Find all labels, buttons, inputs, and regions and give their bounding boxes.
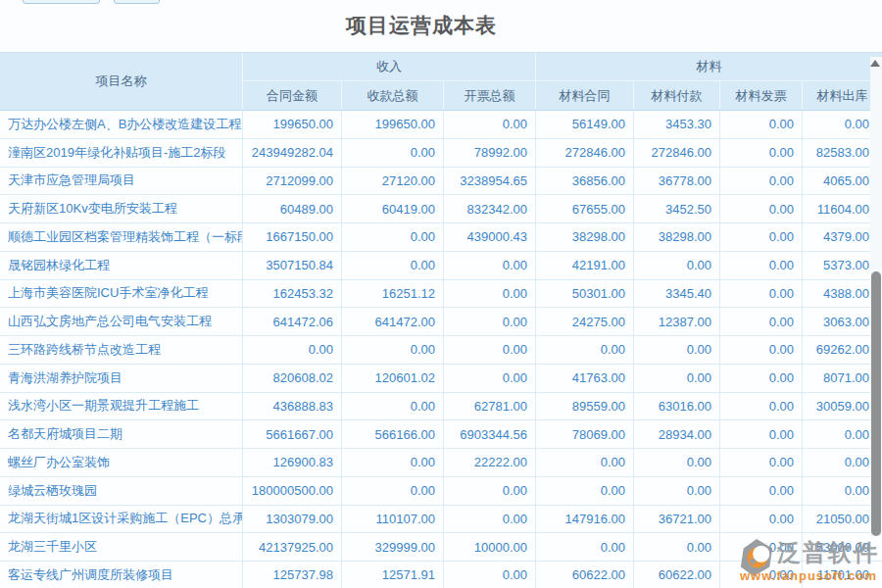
table-row[interactable]: 青海洪湖养护院项目820608.02120601.020.0041763.000… [0, 365, 882, 393]
cell-project-name: 晟铭园林绿化工程 [0, 252, 243, 279]
cell-value: 56149.00 [536, 111, 634, 138]
cell-value: 1667150.00 [243, 223, 342, 251]
cell-value: 6903344.56 [444, 420, 536, 448]
table-row[interactable]: 客运专线广州调度所装修项目125737.9812571.910.0060622.… [0, 562, 882, 588]
cell-value: 3453.30 [634, 111, 720, 138]
cell-project-name: 浅水湾小区一期景观提升工程施工 [0, 393, 243, 420]
cell-value: 24275.00 [536, 308, 634, 335]
cell-value: 0.00 [720, 252, 803, 279]
cell-value: 0.00 [720, 533, 803, 561]
table-row[interactable]: 万达办公楼左侧A、B办公楼改造建设工程199650.00199650.000.0… [0, 111, 882, 139]
cell-value: 0.00 [342, 449, 444, 476]
cell-value: 0.00 [720, 168, 803, 195]
cell-project-name: 客运专线广州调度所装修项目 [0, 562, 243, 588]
cell-value: 0.00 [444, 280, 536, 308]
cell-value: 0.00 [342, 393, 444, 420]
cell-value: 60489.00 [243, 195, 342, 222]
group-header-income: 收入 [243, 53, 536, 81]
cell-value: 0.00 [444, 308, 536, 335]
cell-value: 5661667.00 [243, 420, 342, 448]
table-row[interactable]: 上海市美容医院ICU手术室净化工程162453.3216251.120.0050… [0, 280, 882, 309]
table-row[interactable]: 名都天府城项目二期5661667.00566166.006903344.5678… [0, 420, 882, 449]
cell-value: 0.00 [720, 562, 803, 588]
cell-value: 0.00 [720, 195, 803, 222]
table-row[interactable]: 龙湖三千里小区42137925.00329999.0010000.000.000… [0, 533, 882, 562]
cell-value: 0.00 [444, 477, 536, 505]
table-row[interactable]: 绿城云栖玫瑰园180000500.000.000.000.000.000.000… [0, 477, 882, 506]
cell-value: 147916.00 [536, 506, 634, 533]
cell-value: 0.00 [342, 139, 444, 167]
cell-value: 0.00 [634, 336, 720, 364]
cell-value: 63016.00 [634, 393, 720, 420]
scrollbar-thumb[interactable] [871, 271, 881, 536]
cell-project-name: 天津市应急管理局项目 [0, 168, 243, 195]
cell-value: 2712099.00 [243, 168, 342, 195]
cell-project-name: 顺德工业园区档案管理精装饰工程（一标段 [0, 223, 243, 251]
table-row[interactable]: 螺丝厂办公室装饰126900.830.0022222.000.000.000.0… [0, 449, 882, 477]
column-header-1: 合同金额 [243, 81, 342, 110]
cell-value: 3507150.84 [243, 252, 342, 279]
cell-value: 89559.00 [536, 393, 634, 420]
table-row[interactable]: 潼南区2019年绿化补贴项目-施工2标段243949282.040.007899… [0, 139, 882, 168]
cell-value: 38298.00 [536, 223, 634, 251]
table-row[interactable]: 山西弘文房地产总公司电气安装工程641472.06641472.000.0024… [0, 308, 882, 336]
cell-value: 3238954.65 [444, 168, 536, 195]
cell-value: 78069.00 [536, 420, 634, 448]
cell-value: 0.00 [342, 252, 444, 279]
cell-value: 0.00 [720, 111, 803, 138]
cell-value: 0.00 [444, 506, 536, 533]
cell-value: 199650.00 [243, 111, 342, 138]
cell-project-name: 绿城云栖玫瑰园 [0, 477, 243, 505]
cell-project-name: 潼南区2019年绿化补贴项目-施工2标段 [0, 139, 243, 167]
cell-value: 0.00 [720, 336, 803, 364]
project-cost-table: 项目名称 收入 材料 合同金额收款总额开票总额材料合同材料付款材料发票材料出库 … [0, 52, 882, 588]
table-row[interactable]: 天府新区10Kv变电所安装工程60489.0060419.00832342.00… [0, 195, 882, 223]
cell-value: 0.00 [720, 308, 803, 335]
cell-value: 0.00 [720, 280, 803, 308]
cell-value: 27120.00 [342, 168, 444, 195]
cell-value: 0.00 [634, 252, 720, 279]
cell-value: 41763.00 [536, 365, 634, 392]
cell-value: 272846.00 [634, 139, 720, 167]
cell-value: 0.00 [243, 336, 342, 364]
scrollbar-up-arrow-icon[interactable] [870, 60, 880, 67]
table-row[interactable]: 天津市应急管理局项目2712099.0027120.003238954.6536… [0, 168, 882, 196]
cell-value: 62781.00 [444, 393, 536, 420]
cell-value: 243949282.04 [243, 139, 342, 167]
table-row[interactable]: 龙湖天街城1区设计采购施工（EPC）总承1303079.00110107.000… [0, 506, 882, 534]
cell-value: 11701.00 [803, 562, 882, 588]
cell-value: 0.00 [720, 449, 803, 476]
cell-value: 0.00 [720, 223, 803, 251]
cell-value: 832342.00 [444, 195, 536, 222]
cell-value: 12387.00 [634, 308, 720, 335]
table-row[interactable]: 三环路跨线桥节点改造工程0.000.000.000.000.000.006926… [0, 336, 882, 365]
partial-button-left[interactable] [23, 0, 100, 4]
cell-value: 329999.00 [342, 533, 444, 561]
table-row[interactable]: 晟铭园林绿化工程3507150.840.000.0042191.000.000.… [0, 252, 882, 280]
partial-button-right[interactable] [114, 0, 160, 4]
cell-value: 78992.00 [444, 139, 536, 167]
cell-value: 0.00 [720, 393, 803, 420]
cell-value: 0.00 [342, 336, 444, 364]
cell-value: 36721.00 [634, 506, 720, 533]
cell-value: 42137925.00 [243, 533, 342, 561]
table-body: 万达办公楼左侧A、B办公楼改造建设工程199650.00199650.000.0… [0, 111, 882, 588]
column-header-5: 材料付款 [634, 81, 720, 110]
cell-project-name: 万达办公楼左侧A、B办公楼改造建设工程 [0, 111, 243, 138]
cell-value: 0.00 [720, 420, 803, 448]
table-row[interactable]: 顺德工业园区档案管理精装饰工程（一标段1667150.000.00439000.… [0, 223, 882, 252]
cell-value: 0.00 [720, 365, 803, 392]
cell-value: 60419.00 [342, 195, 444, 222]
cell-value: 820608.02 [243, 365, 342, 392]
cell-value: 12571.91 [342, 562, 444, 588]
cell-project-name: 螺丝厂办公室装饰 [0, 449, 243, 476]
cell-value: 641472.00 [342, 308, 444, 335]
cell-value: 0.00 [342, 477, 444, 505]
cell-value: 110107.00 [342, 506, 444, 533]
cell-value: 0.00 [634, 477, 720, 505]
cell-value: 16251.12 [342, 280, 444, 308]
cell-value: 0.00 [444, 365, 536, 392]
cell-project-name: 青海洪湖养护院项目 [0, 365, 243, 392]
table-row[interactable]: 浅水湾小区一期景观提升工程施工436888.830.0062781.008955… [0, 393, 882, 421]
table-header: 项目名称 收入 材料 合同金额收款总额开票总额材料合同材料付款材料发票材料出库 [0, 52, 882, 111]
